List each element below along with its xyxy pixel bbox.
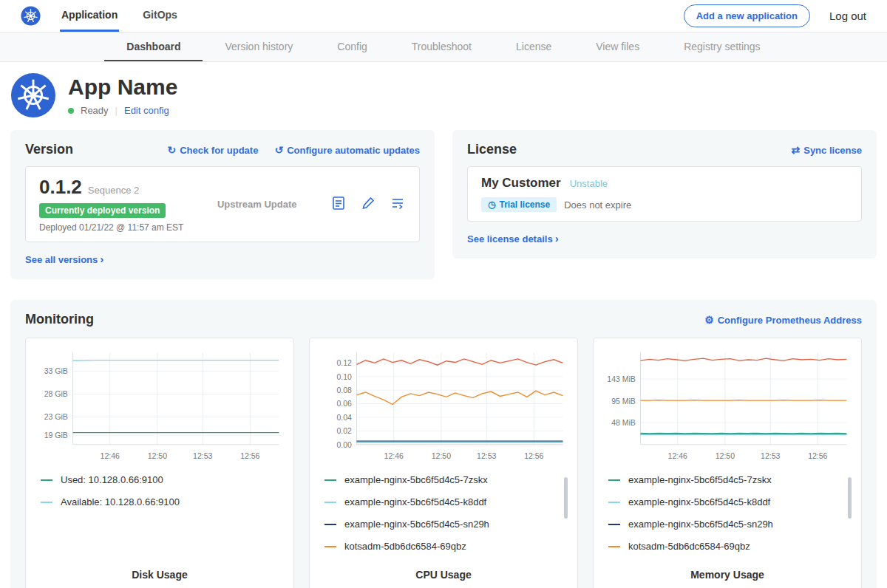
legend-label: kotsadm-5db6dc6584-69qbz (628, 541, 750, 552)
svg-text:19 GiB: 19 GiB (44, 431, 68, 440)
logout-link[interactable]: Log out (829, 10, 866, 22)
svg-text:12:53: 12:53 (761, 451, 780, 460)
subnav-tab-version-history[interactable]: Version history (203, 33, 315, 61)
deploy-logs-icon[interactable] (390, 195, 406, 214)
legend-item: example-nginx-5bc6f5d4c5-k8ddf (324, 496, 561, 507)
legend-item: example-nginx-5bc6f5d4c5-sn29h (608, 519, 845, 530)
deployed-timestamp: Deployed 01/21/22 @ 11:57 am EST (39, 222, 183, 233)
svg-text:0.00: 0.00 (336, 440, 352, 449)
topnav-tabs: Application GitOps (60, 0, 179, 32)
legend-scrollbar[interactable] (564, 477, 568, 519)
legend-label: example-nginx-5bc6f5d4c5-sn29h (344, 519, 489, 530)
sync-license-link[interactable]: ⇄Sync license (791, 144, 862, 156)
legend-item: example-nginx-5bc6f5d4c5-7zskx (324, 474, 561, 485)
release-notes-icon[interactable] (330, 195, 347, 214)
license-card-title: License (467, 142, 517, 157)
legend-scrollbar[interactable] (848, 477, 852, 519)
monitoring-section: Monitoring ⚙Configure Prometheus Address… (10, 300, 877, 588)
subnav-tab-config[interactable]: Config (315, 33, 389, 61)
sync-license-label: Sync license (803, 145, 862, 156)
chevron-right-icon: › (555, 232, 559, 245)
see-license-details-link[interactable]: See license details› (467, 232, 559, 245)
subnav-tab-dashboard[interactable]: Dashboard (104, 33, 203, 61)
tab-application[interactable]: Application (60, 0, 119, 32)
app-sub-nav: Dashboard Version history Config Trouble… (0, 33, 887, 62)
auto-update-icon: ↺ (274, 144, 283, 156)
divider: | (115, 105, 118, 116)
edit-config-link[interactable]: Edit config (124, 105, 169, 116)
legend-item: example-nginx-5bc6f5d4c5-7zskx (608, 474, 845, 485)
disk-usage-legend: Used: 10.128.0.66:9100Available: 10.128.… (35, 465, 285, 519)
svg-text:12:56: 12:56 (524, 451, 543, 460)
cards-row: Version ↻Check for update ↺Configure aut… (0, 124, 887, 279)
legend-item: example-nginx-5bc6f5d4c5-sn29h (324, 519, 561, 530)
license-box: My Customer Unstable ◷ Trial license Doe… (467, 166, 862, 222)
legend-label: Used: 10.128.0.66:9100 (61, 474, 163, 485)
configure-prometheus-link[interactable]: ⚙Configure Prometheus Address (704, 314, 862, 326)
tab-gitops-label: GitOps (143, 9, 177, 21)
legend-color-dash (324, 524, 336, 525)
see-all-versions-label: See all versions (25, 254, 98, 265)
svg-text:0.10: 0.10 (336, 372, 352, 381)
customer-name: My Customer (481, 176, 561, 191)
cpu-usage-legend: example-nginx-5bc6f5d4c5-7zskxexample-ng… (319, 465, 568, 563)
svg-text:12:50: 12:50 (148, 451, 167, 460)
legend-label: example-nginx-5bc6f5d4c5-k8ddf (344, 496, 486, 507)
svg-text:12:50: 12:50 (716, 451, 735, 460)
svg-text:0.02: 0.02 (336, 426, 352, 435)
gear-icon: ⚙ (704, 314, 714, 326)
trial-license-label: Trial license (499, 199, 550, 210)
legend-label: example-nginx-5bc6f5d4c5-7zskx (344, 474, 488, 485)
app-icon (10, 72, 56, 118)
status-dot (68, 108, 74, 114)
configure-automatic-updates-link[interactable]: ↺Configure automatic updates (274, 144, 420, 156)
legend-label: example-nginx-5bc6f5d4c5-k8ddf (628, 496, 770, 507)
configure-prometheus-label: Configure Prometheus Address (718, 315, 862, 326)
tab-application-label: Application (61, 9, 118, 21)
add-application-button[interactable]: Add a new application (684, 4, 810, 27)
svg-text:48 MiB: 48 MiB (611, 418, 636, 427)
legend-color-dash (324, 546, 336, 547)
top-nav: Application GitOps Add a new application… (0, 0, 887, 33)
svg-text:28 GiB: 28 GiB (44, 389, 68, 398)
app-header: App Name Ready | Edit config (0, 62, 887, 124)
svg-text:12:56: 12:56 (808, 451, 827, 460)
legend-color-dash (324, 479, 336, 481)
svg-text:143 MiB: 143 MiB (607, 375, 636, 383)
legend-item: Used: 10.128.0.66:9100 (41, 474, 277, 485)
license-channel: Unstable (570, 178, 608, 189)
license-expiration: Does not expire (564, 199, 631, 211)
current-version-box: 0.1.2 Sequence 2 Currently deployed vers… (25, 166, 420, 242)
legend-color-dash (608, 524, 620, 525)
kots-admin-console: { "topnav": { "tabs": [ { "label": "Appl… (0, 0, 887, 588)
memory-usage-legend: example-nginx-5bc6f5d4c5-7zskxexample-ng… (602, 465, 852, 563)
legend-label: example-nginx-5bc6f5d4c5-sn29h (628, 519, 773, 530)
legend-color-dash (41, 502, 52, 503)
tab-gitops[interactable]: GitOps (141, 0, 179, 32)
sync-icon: ⇄ (791, 144, 800, 156)
chart-title: Memory Usage (602, 563, 852, 581)
version-card-title: Version (25, 142, 73, 157)
clock-icon: ◷ (488, 199, 495, 210)
cpu-usage-chart-card: 0.000.020.040.060.080.100.1212:4612:5012… (309, 338, 578, 588)
disk-usage-chart-card: 19 GiB23 GiB28 GiB33 GiB12:4612:5012:531… (25, 338, 294, 588)
cpu-usage-chart: 0.000.020.040.060.080.100.1212:4612:5012… (319, 347, 568, 465)
svg-text:23 GiB: 23 GiB (44, 412, 68, 421)
check-for-update-link[interactable]: ↻Check for update (167, 144, 258, 156)
subnav-tab-view-files[interactable]: View files (574, 33, 662, 61)
svg-text:12:50: 12:50 (432, 451, 451, 460)
legend-item: kotsadm-5db6dc6584-69qbz (608, 541, 845, 552)
subnav-tab-registry-settings[interactable]: Registry settings (662, 33, 782, 61)
configure-automatic-updates-label: Configure automatic updates (287, 145, 420, 156)
memory-usage-chart: 48 MiB95 MiB143 MiB12:4612:5012:5312:56 (602, 347, 852, 465)
see-all-versions-link[interactable]: See all versions› (25, 253, 103, 265)
subnav-tab-license[interactable]: License (494, 33, 574, 61)
svg-text:12:53: 12:53 (477, 451, 496, 460)
svg-text:33 GiB: 33 GiB (44, 366, 68, 375)
svg-text:12:46: 12:46 (668, 451, 687, 460)
legend-color-dash (324, 502, 336, 503)
subnav-tab-troubleshoot[interactable]: Troubleshoot (390, 33, 494, 61)
svg-text:12:46: 12:46 (101, 451, 120, 460)
chart-title: CPU Usage (319, 563, 568, 581)
edit-config-icon[interactable] (360, 195, 376, 214)
